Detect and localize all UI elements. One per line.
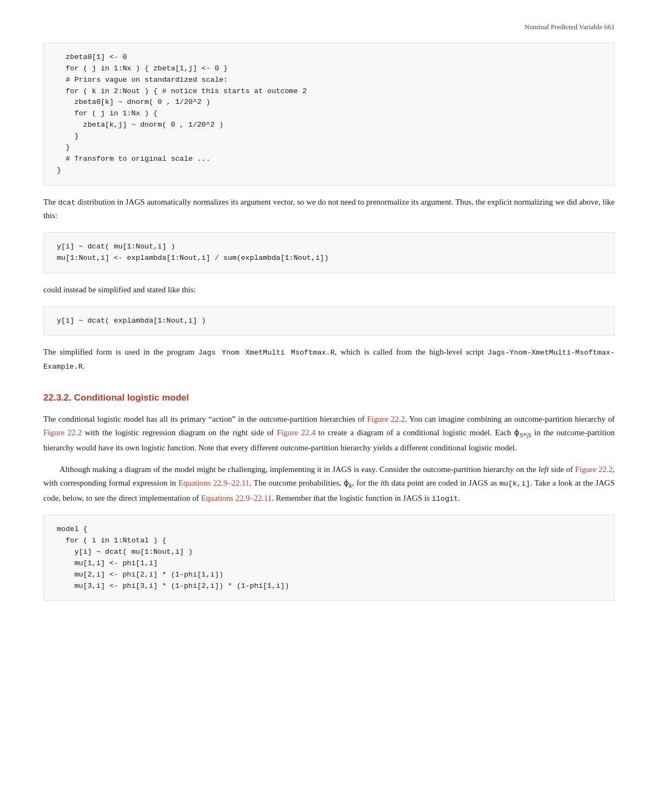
code-ilogit: ilogit (432, 495, 458, 503)
paragraph-jags-implementation: Although making a diagram of the model m… (43, 463, 615, 505)
paragraph-simplified: could instead be simplified and stated l… (43, 283, 615, 297)
para3-after: . (83, 362, 85, 370)
link-figure-22-2-p5[interactable]: Figure 22.2 (575, 465, 613, 474)
code-block-dcat-explambda: y[i] ~ dcat( explambda[1:Nout,i] ) (43, 306, 615, 336)
paragraph-conditional-logistic-intro: The conditional logistic model has all i… (43, 412, 615, 454)
section-heading-conditional-logistic: 22.3.2. Conditional logistic model (43, 390, 615, 405)
page-header: Nominal Predicted Variable 661 (43, 22, 615, 33)
para3-before: The simplified form is used in the progr… (43, 348, 198, 356)
link-figure-22-2-b[interactable]: Figure 22.2 (43, 428, 82, 437)
italic-left: left (538, 465, 549, 474)
code-mu-k-i: mu[k,i] (499, 480, 530, 488)
code-block-dcat-mu: y[i] ~ dcat( mu[1:Nout,i] ) mu[1:Nout,i]… (43, 232, 615, 273)
link-figure-22-4[interactable]: Figure 22.4 (277, 428, 315, 437)
para3-mid: , which is called from the high-level sc… (335, 348, 488, 356)
italic-ith: i (380, 479, 383, 487)
code-dcat: dcat (58, 199, 75, 207)
page-header-text: Nominal Predicted Variable 661 (524, 22, 615, 33)
link-figure-22-2-a[interactable]: Figure 22.2 (367, 415, 405, 423)
link-equations-22-9-11-a[interactable]: Equations 22.9–22.11 (179, 479, 249, 487)
section-title: Conditional logistic model (74, 392, 189, 403)
paragraph-program-name: The simplified form is used in the progr… (43, 345, 615, 373)
code-block-model-conditional: model { for ( i in 1:Ntotal ) { y[i] ~ d… (43, 515, 615, 601)
code-block-zbeta: zbeta0[1] <- 0 for ( j in 1:Nx ) { zbeta… (43, 43, 615, 186)
paragraph-dcat-distribution: The dcat distribution in JAGS automatica… (43, 195, 615, 222)
program-name-softmax: Jags Ynom XmetMulti Msoftmax.R (198, 349, 334, 357)
section-number: 22.3.2. (43, 392, 71, 403)
link-equations-22-9-11-b[interactable]: Equations 22.9–22.11 (201, 494, 272, 502)
